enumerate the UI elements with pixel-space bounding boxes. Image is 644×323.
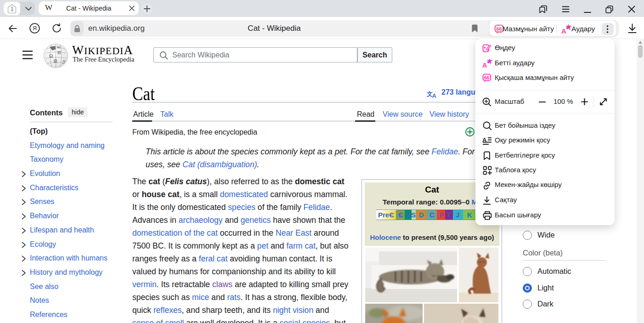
svg-text:66: 66: [484, 75, 490, 80]
svg-text:A: A: [432, 93, 436, 98]
svg-text:И: И: [57, 50, 61, 55]
svg-text:66: 66: [496, 26, 502, 32]
svg-text:A: A: [561, 27, 566, 34]
svg-text:A: A: [482, 62, 487, 68]
svg-text:ク: ク: [62, 59, 66, 64]
svg-text:Я: Я: [33, 25, 37, 32]
svg-text:Ω: Ω: [49, 53, 53, 58]
svg-text:袋: 袋: [53, 59, 57, 63]
svg-text:1: 1: [11, 6, 14, 12]
svg-text:W: W: [57, 45, 61, 50]
